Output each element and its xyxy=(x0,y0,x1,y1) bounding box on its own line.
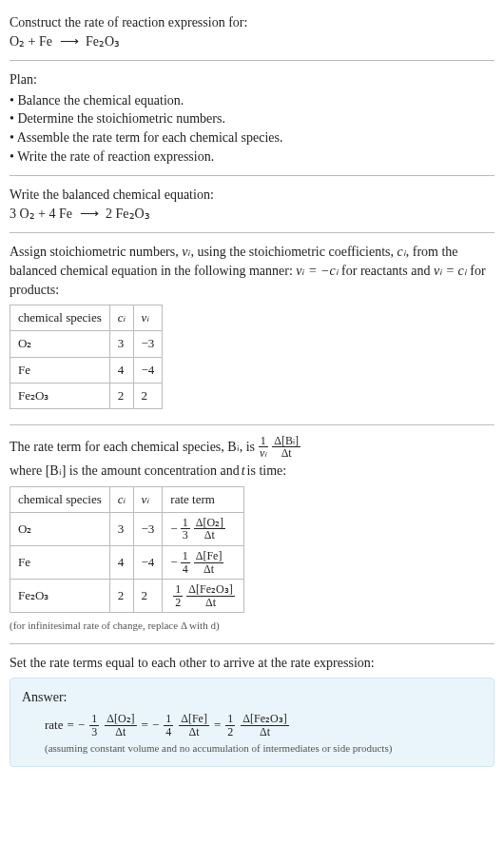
plan-section: Plan: Balance the chemical equation. Det… xyxy=(10,65,494,171)
plan-item: Write the rate of reaction expression. xyxy=(10,148,494,167)
col-nui: νᵢ xyxy=(133,486,163,512)
cell-ci: 3 xyxy=(109,512,133,545)
divider xyxy=(10,643,494,644)
rateterm-section: The rate term for each chemical species,… xyxy=(10,429,494,640)
col-ci: cᵢ xyxy=(109,305,133,331)
cell-rate: − 14 Δ[Fe]Δt xyxy=(163,546,243,580)
sign: − xyxy=(170,521,177,538)
nui-header: νᵢ xyxy=(142,310,149,325)
rateterm-intro: The rate term for each chemical species,… xyxy=(10,435,494,481)
fraction: 13 xyxy=(89,713,99,738)
frac-num: 1 xyxy=(259,435,268,448)
text: The rate term for each chemical species,… xyxy=(10,438,255,457)
cell-nui: 2 xyxy=(133,580,163,613)
rate-word: rate xyxy=(45,717,63,734)
relation-reactants: νᵢ = −cᵢ xyxy=(296,264,338,278)
fraction: 14 xyxy=(181,550,190,575)
frac-num: 1 xyxy=(164,713,173,726)
cell-species: Fe₂O₃ xyxy=(10,580,110,613)
frac-den: Δt xyxy=(258,726,272,738)
rateterm-table: chemical species cᵢ νᵢ rate term O₂ 3 −3… xyxy=(10,486,244,614)
stoich-section: Assign stoichiometric numbers, νᵢ, using… xyxy=(10,237,494,421)
table-row: Fe₂O₃ 2 2 xyxy=(10,383,163,408)
frac-den: Δt xyxy=(113,726,127,738)
balanced-lhs: 3 O₂ + 4 Fe xyxy=(10,207,72,221)
fraction: Δ[O₂]Δt xyxy=(105,713,136,738)
equals: = xyxy=(214,717,221,734)
cell-ci: 4 xyxy=(109,546,133,580)
frac-den: Δt xyxy=(202,563,216,576)
frac-den: Δt xyxy=(187,726,202,738)
cell-nui: −3 xyxy=(133,512,163,545)
col-species: chemical species xyxy=(10,305,110,331)
table-row: O₂ 3 −3 − 13 Δ[O₂]Δt xyxy=(10,512,244,545)
reaction-arrow-icon: ⟶ xyxy=(60,32,79,51)
cell-species: O₂ xyxy=(10,512,110,545)
fraction: 12 xyxy=(225,713,235,738)
answer-box: Answer: rate = − 13 Δ[O₂]Δt = − 14 Δ[Fe]… xyxy=(10,678,494,766)
cell-nui: 2 xyxy=(133,383,163,408)
frac-den: νᵢ xyxy=(258,447,268,460)
cell-rate: 12 Δ[Fe₂O₃]Δt xyxy=(163,580,243,613)
nui-header: νᵢ xyxy=(142,492,149,506)
table-row: Fe 4 −4 xyxy=(10,357,163,383)
fraction: Δ[Bᵢ] Δt xyxy=(272,435,300,460)
divider xyxy=(10,60,494,61)
unbalanced-equation: O₂ + Fe ⟶ Fe₂O₃ xyxy=(10,32,494,51)
cell-species: O₂ xyxy=(10,331,110,357)
frac-den: 2 xyxy=(173,597,183,609)
plan-item: Balance the chemical equation. xyxy=(10,91,494,110)
frac-num: Δ[Fe₂O₃] xyxy=(186,583,234,597)
answer-expression: rate = − 13 Δ[O₂]Δt = − 14 Δ[Fe]Δt = 12 … xyxy=(22,713,482,738)
final-section: Set the rate terms equal to each other t… xyxy=(10,648,494,773)
frac-num: 1 xyxy=(173,583,183,597)
frac-num: Δ[Fe] xyxy=(179,713,209,726)
balanced-section: Write the balanced chemical equation: 3 … xyxy=(10,180,494,228)
cell-species: Fe xyxy=(10,546,110,580)
stoich-intro: Assign stoichiometric numbers, νᵢ, using… xyxy=(10,243,494,299)
fraction: 1 νᵢ xyxy=(258,435,268,460)
stoich-table: chemical species cᵢ νᵢ O₂ 3 −3 Fe 4 −4 F… xyxy=(10,305,163,409)
plan-list: Balance the chemical equation. Determine… xyxy=(10,91,494,166)
frac-den: 3 xyxy=(89,726,99,738)
text: , using the stoichiometric coefficients, xyxy=(190,245,397,259)
col-ci: cᵢ xyxy=(109,486,133,512)
cell-ci: 2 xyxy=(109,580,133,613)
frac-num: 1 xyxy=(181,517,190,530)
eq-rhs: Fe₂O₃ xyxy=(86,34,120,49)
text: is time: xyxy=(247,462,287,481)
c-i: cᵢ xyxy=(397,245,406,259)
table-header-row: chemical species cᵢ νᵢ xyxy=(10,305,163,331)
cell-nui: −4 xyxy=(133,546,163,580)
frac-den: 4 xyxy=(181,563,190,576)
plan-title: Plan: xyxy=(10,70,494,89)
fraction: 14 xyxy=(164,713,173,738)
frac-den: 4 xyxy=(164,726,173,738)
answer-note: (assuming constant volume and no accumul… xyxy=(22,741,482,756)
cell-ci: 3 xyxy=(109,331,133,357)
fraction: Δ[O₂]Δt xyxy=(194,517,225,541)
final-title: Set the rate terms equal to each other t… xyxy=(10,654,494,673)
frac-num: Δ[O₂] xyxy=(194,517,225,530)
frac-num: Δ[Fe] xyxy=(194,550,224,563)
cell-species: Fe₂O₃ xyxy=(10,383,110,408)
fraction: Δ[Fe]Δt xyxy=(179,713,209,738)
frac-den: Δt xyxy=(204,597,218,609)
text: Assign stoichiometric numbers, xyxy=(10,245,182,259)
col-species: chemical species xyxy=(10,486,110,512)
col-rate: rate term xyxy=(163,486,243,512)
cell-ci: 2 xyxy=(109,383,133,408)
text: for reactants and xyxy=(339,264,434,278)
text: where [Bᵢ] is the amount concentration a… xyxy=(10,462,240,481)
ci-header: cᵢ xyxy=(118,310,126,325)
frac-num: 1 xyxy=(181,550,190,563)
divider xyxy=(10,424,494,425)
frac-den: 3 xyxy=(181,529,190,541)
table-row: Fe₂O₃ 2 2 12 Δ[Fe₂O₃]Δt xyxy=(10,580,244,613)
fraction: 13 xyxy=(181,517,190,541)
cell-nui: −3 xyxy=(133,331,163,357)
reaction-arrow-icon: ⟶ xyxy=(80,205,99,224)
table-row: Fe 4 −4 − 14 Δ[Fe]Δt xyxy=(10,546,244,580)
divider xyxy=(10,232,494,233)
frac-num: Δ[O₂] xyxy=(105,713,136,726)
